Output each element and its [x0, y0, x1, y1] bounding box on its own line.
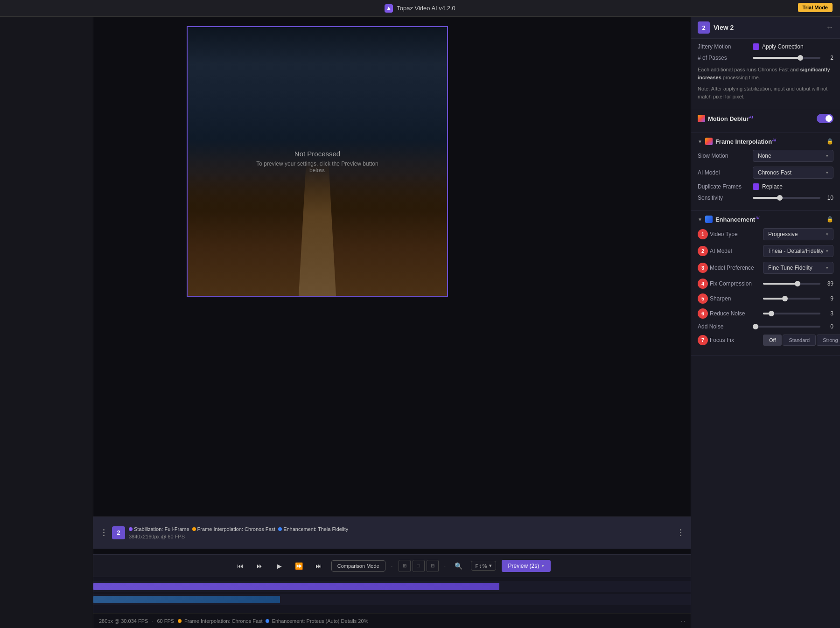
sensitivity-label: Sensitivity	[698, 195, 749, 201]
fix-compression-fill	[763, 283, 798, 285]
skip-to-end-button[interactable]: ⏭	[312, 559, 326, 573]
fix-compression-track	[763, 283, 820, 285]
timeline: 280px @ 30.034 FPS · 60 FPS Frame Interp…	[93, 577, 691, 628]
frame-interpolation-section: ▼ Frame InterpolationAI 🔒 Slow Motion No…	[691, 133, 840, 211]
motion-deblur-header: Motion DeblurAI	[698, 114, 833, 123]
left-sidebar	[0, 17, 93, 628]
sharpen-thumb	[782, 296, 788, 301]
track-item-menu-right[interactable]	[676, 528, 685, 537]
status-resolution: 280px @ 30.034 FPS	[99, 618, 148, 624]
duplicate-frames-checkbox[interactable]	[753, 183, 759, 190]
motion-deblur-section: Motion DeblurAI	[691, 109, 840, 133]
duplicate-frames-label: Duplicate Frames	[698, 183, 749, 190]
passes-label: # of Passes	[698, 55, 749, 61]
enhancement-icon	[705, 216, 713, 223]
skip-to-start-button[interactable]: ⏮	[233, 559, 247, 573]
fix-compression-slider[interactable]: 39	[763, 280, 833, 287]
jittery-motion-value-group: Apply Correction	[753, 43, 804, 50]
frame-interp-model-dropdown[interactable]: Chronos Fast ▾	[753, 167, 833, 179]
motion-deblur-ai-badge: AI	[749, 115, 753, 119]
focus-fix-group: Off Standard Strong	[763, 335, 840, 346]
focus-fix-standard-button[interactable]: Standard	[783, 335, 816, 346]
badge-4: 4	[698, 279, 708, 289]
frame-interp-model-row: AI Model Chronos Fast ▾	[698, 167, 833, 179]
pill-stabilization: Stabilization: Full-Frame	[129, 526, 189, 532]
frame-interp-model-label: AI Model	[698, 169, 749, 176]
model-preference-label: Model Preference	[710, 265, 761, 271]
trial-mode-button[interactable]: Trial Mode	[798, 3, 833, 12]
video-type-label: Video Type	[710, 231, 761, 237]
jittery-motion-checkbox[interactable]	[753, 43, 759, 50]
preview-button[interactable]: Preview (2s) ▾	[502, 560, 551, 572]
view-toggle-group: ⊞ □ ⊟	[399, 560, 439, 572]
not-processed-overlay: Not Processed To preview your settings, …	[252, 150, 382, 174]
ai-model-chevron: ▾	[826, 249, 828, 253]
focus-fix-strong-button[interactable]: Strong	[817, 335, 840, 346]
pill-frame-interp-label: Frame Interpolation: Chronos Fast	[197, 526, 276, 532]
add-noise-thumb	[753, 324, 758, 329]
badge-3: 3	[698, 263, 708, 273]
separator-dot-status: ·	[152, 618, 153, 624]
sharpen-slider[interactable]: 9	[763, 295, 833, 302]
split-view-button[interactable]: ⊞	[399, 560, 411, 572]
enhancement-header: ▼ EnhancementAI 🔒	[698, 216, 833, 223]
model-pref-chevron: ▾	[826, 265, 828, 270]
status-fps: 60 FPS	[157, 618, 174, 624]
sensitivity-slider[interactable]: 10	[753, 195, 833, 201]
preview-button-label: Preview (2s)	[508, 563, 539, 569]
status-pills: Frame Interpolation: Chronos Fast Enhanc…	[178, 618, 368, 624]
sharpen-track	[763, 298, 820, 300]
zoom-display[interactable]: Fit % ▾	[471, 561, 496, 571]
pill-dot-orange	[192, 527, 196, 531]
preview-hint-text: To preview your settings, click the Prev…	[252, 160, 382, 174]
slow-motion-dropdown[interactable]: None ▾	[753, 150, 833, 162]
reduce-noise-value: 3	[824, 310, 833, 317]
comparison-mode-button[interactable]: Comparison Mode	[331, 560, 385, 572]
add-noise-track	[753, 326, 820, 328]
track-pills: Stabilization: Full-Frame Frame Interpol…	[129, 526, 672, 532]
focus-fix-row: 7 Focus Fix Off Standard Strong	[698, 335, 833, 346]
status-interpolation: Frame Interpolation: Chronos Fast	[184, 618, 263, 624]
status-menu[interactable]: ···	[681, 618, 685, 624]
view-title: View 2	[714, 24, 826, 31]
single-view-button[interactable]: □	[413, 560, 425, 572]
expand-icon[interactable]: ↔	[826, 23, 833, 32]
fix-compression-thumb	[795, 281, 800, 286]
zoom-fit-icon[interactable]: 🔍	[451, 559, 465, 573]
timeline-track-2[interactable]	[93, 594, 691, 605]
separator: ·	[391, 562, 393, 570]
play-button[interactable]: ▶	[273, 559, 287, 573]
enhancement-chevron[interactable]: ▼	[698, 217, 702, 222]
video-type-dropdown[interactable]: Progressive ▾	[763, 228, 833, 240]
add-noise-row: Add Noise 0	[698, 323, 833, 330]
preview-dropdown-chevron: ▾	[542, 564, 544, 568]
sensitivity-row: Sensitivity 10	[698, 195, 833, 201]
timeline-track-1[interactable]	[93, 581, 691, 592]
add-noise-slider[interactable]: 0	[753, 323, 833, 330]
track-details: Stabilization: Full-Frame Frame Interpol…	[129, 526, 672, 539]
sharpen-label: Sharpen	[710, 295, 761, 302]
slow-motion-label: Slow Motion	[698, 153, 749, 159]
track-menu-button[interactable]	[99, 528, 108, 537]
passes-slider-track	[753, 57, 820, 59]
focus-fix-off-button[interactable]: Off	[763, 335, 782, 346]
passes-slider[interactable]: 2	[753, 55, 833, 61]
compare-view-button[interactable]: ⊟	[427, 560, 439, 572]
model-preference-dropdown[interactable]: Fine Tune Fidelity ▾	[763, 262, 833, 274]
video-type-value: Progressive ▾	[763, 228, 833, 240]
frame-interp-chevron[interactable]: ▼	[698, 139, 702, 144]
duplicate-frames-row: Duplicate Frames Replace	[698, 183, 833, 190]
sensitivity-slider-thumb	[777, 195, 783, 201]
info-text-note: Note: After applying stabilization, inpu…	[698, 85, 833, 100]
motion-deblur-toggle[interactable]	[817, 114, 833, 123]
motion-deblur-icon	[698, 115, 705, 122]
panel-scroll: Jittery Motion Apply Correction # of Pas…	[691, 39, 840, 628]
reduce-noise-slider[interactable]: 3	[763, 310, 833, 317]
step-back-button[interactable]: ⏭	[253, 559, 267, 573]
reduce-noise-thumb	[769, 311, 774, 316]
ai-model-dropdown[interactable]: Theia - Details/Fidelity ▾	[763, 245, 833, 257]
step-forward-button[interactable]: ⏩	[292, 559, 306, 573]
timeline-bar-1	[93, 583, 499, 590]
slow-motion-row: Slow Motion None ▾	[698, 150, 833, 162]
badge-1: 1	[698, 229, 708, 239]
